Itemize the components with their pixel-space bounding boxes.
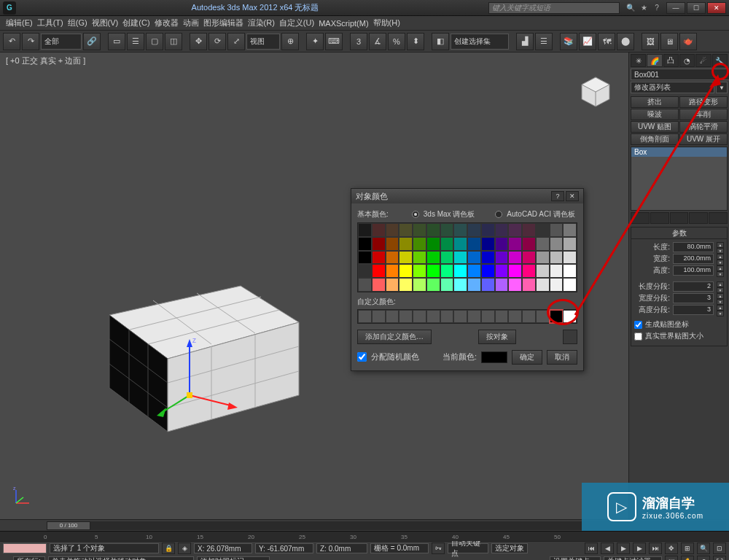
palette-swatch[interactable] <box>550 278 564 292</box>
key-filter-button[interactable]: 关键点过滤器 <box>604 556 662 560</box>
menu-maxscript[interactable]: MAXScript(M) <box>319 19 368 28</box>
dialog-help-button[interactable]: ? <box>551 191 564 201</box>
current-color-swatch[interactable] <box>481 351 507 363</box>
select-name-button[interactable]: ☰ <box>127 33 144 50</box>
palette-swatch[interactable] <box>399 237 413 251</box>
lseg-spinner[interactable]: ▲▼ <box>717 281 724 292</box>
select-region-button[interactable]: ▢ <box>146 33 163 50</box>
maximize-button[interactable]: ☐ <box>687 2 706 14</box>
play-next[interactable]: ▶ <box>633 542 646 554</box>
palette-swatch[interactable] <box>372 264 386 278</box>
help-icon[interactable]: 🔍 <box>625 3 636 13</box>
star-icon[interactable]: ★ <box>639 3 649 13</box>
palette-swatch[interactable] <box>508 278 522 292</box>
palette-swatch[interactable] <box>522 278 536 292</box>
palette-swatch[interactable] <box>372 278 386 292</box>
hseg-input[interactable]: 3 <box>673 305 714 315</box>
cancel-button[interactable]: 取消 <box>547 350 577 365</box>
menu-group[interactable]: 组(G) <box>68 18 87 28</box>
palette-swatch[interactable] <box>481 223 495 237</box>
menu-render[interactable]: 渲染(R) <box>248 18 275 28</box>
schematic-button[interactable]: 🗺 <box>598 33 615 50</box>
render-button[interactable]: 🫖 <box>679 33 697 50</box>
mod-pathdeform[interactable]: 路径变形 <box>679 96 728 108</box>
snap-button[interactable]: 3 <box>350 33 367 50</box>
palette-swatch[interactable] <box>358 223 372 237</box>
palette-swatch[interactable] <box>536 251 550 265</box>
palette-swatch[interactable] <box>495 237 509 251</box>
palette-swatch[interactable] <box>550 251 564 265</box>
palette-swatch[interactable] <box>453 264 467 278</box>
info-icon[interactable]: ? <box>652 3 662 13</box>
window-crossing-button[interactable]: ◫ <box>165 33 182 50</box>
palette-swatch[interactable] <box>563 278 577 292</box>
viewport-label[interactable]: [ +0 正交 真实 + 边面 ] <box>6 55 85 66</box>
palette-swatch[interactable] <box>453 223 467 237</box>
palette-swatch[interactable] <box>495 278 509 292</box>
mirror-button[interactable]: ▟ <box>516 33 534 50</box>
palette-swatch[interactable] <box>481 237 495 251</box>
psnap-button[interactable]: % <box>388 33 405 50</box>
manip-button[interactable]: ✦ <box>306 33 324 50</box>
palette-swatch[interactable] <box>453 237 467 251</box>
length-spinner[interactable]: ▲▼ <box>717 242 724 252</box>
palette-aci-radio[interactable] <box>495 211 502 218</box>
palette-swatch[interactable] <box>413 264 426 278</box>
wseg-input[interactable]: 3 <box>673 293 714 303</box>
palette-swatch[interactable] <box>508 251 522 265</box>
palette-swatch[interactable] <box>563 264 577 278</box>
search-input[interactable]: 键入关键字或短语 <box>488 2 620 14</box>
palette-swatch[interactable] <box>453 278 467 292</box>
pivot-button[interactable]: ⊕ <box>281 33 299 50</box>
minimize-button[interactable]: — <box>666 2 685 14</box>
menu-create[interactable]: 创建(C) <box>122 18 149 28</box>
align-button[interactable]: ☰ <box>535 33 553 50</box>
lseg-input[interactable]: 2 <box>673 281 714 292</box>
material-button[interactable]: ⬤ <box>617 33 634 50</box>
rotate-button[interactable]: ⟳ <box>208 33 226 50</box>
palette-swatch[interactable] <box>495 264 509 278</box>
set-key-button[interactable]: 设置关键点 <box>550 556 601 560</box>
menu-graph[interactable]: 图形编辑器 <box>203 18 243 28</box>
palette-swatch[interactable] <box>426 264 440 278</box>
palette-swatch[interactable] <box>508 264 522 278</box>
selset-dropdown[interactable]: 创建选择集 <box>451 34 509 50</box>
curve-editor-button[interactable]: 📈 <box>579 33 596 50</box>
width-input[interactable]: 200.0mm <box>673 254 714 264</box>
palette-swatch[interactable] <box>426 237 440 251</box>
time-ruler[interactable]: 05101520253035404550 <box>0 531 729 541</box>
menu-modifiers[interactable]: 修改器 <box>155 18 179 28</box>
scale-button[interactable]: ⤢ <box>227 33 245 50</box>
ok-button[interactable]: 确定 <box>512 350 542 365</box>
palette-swatch[interactable] <box>440 223 454 237</box>
time-thumb[interactable]: 0 / 100 <box>47 521 90 530</box>
custom-color-white[interactable] <box>563 310 577 323</box>
height-spinner[interactable]: ▲▼ <box>717 265 724 276</box>
palette-swatch[interactable] <box>550 237 564 251</box>
custom-color-black[interactable] <box>550 310 564 323</box>
tab-hierarchy[interactable]: 凸 <box>663 54 679 67</box>
palette-swatch[interactable] <box>453 251 467 265</box>
palette-swatch[interactable] <box>481 278 495 292</box>
remove-button[interactable] <box>689 212 708 224</box>
palette-swatch[interactable] <box>508 237 522 251</box>
palette-swatch[interactable] <box>522 223 536 237</box>
palette-swatch[interactable] <box>386 237 399 251</box>
render-setup-button[interactable]: 🖼 <box>642 33 659 50</box>
palette-swatch[interactable] <box>358 237 372 251</box>
show-end-button[interactable] <box>650 212 669 224</box>
menu-customize[interactable]: 自定义(U) <box>279 18 314 28</box>
palette-swatch[interactable] <box>426 278 440 292</box>
sel-filter[interactable]: 选定对象 <box>491 543 528 553</box>
nav6[interactable]: ✋ <box>681 556 694 560</box>
palette-swatch[interactable] <box>536 237 550 251</box>
palette-swatch[interactable] <box>399 223 413 237</box>
nav4[interactable]: ⊡ <box>713 542 726 554</box>
hseg-spinner[interactable]: ▲▼ <box>717 305 724 315</box>
menu-animation[interactable]: 动画 <box>183 18 199 28</box>
move-button[interactable]: ✥ <box>190 33 207 50</box>
stack-item-box[interactable]: Box <box>631 147 727 157</box>
nav3[interactable]: 🔍 <box>697 542 710 554</box>
iso-button[interactable]: ◈ <box>178 542 191 554</box>
nav7[interactable]: ⟲ <box>697 556 710 560</box>
